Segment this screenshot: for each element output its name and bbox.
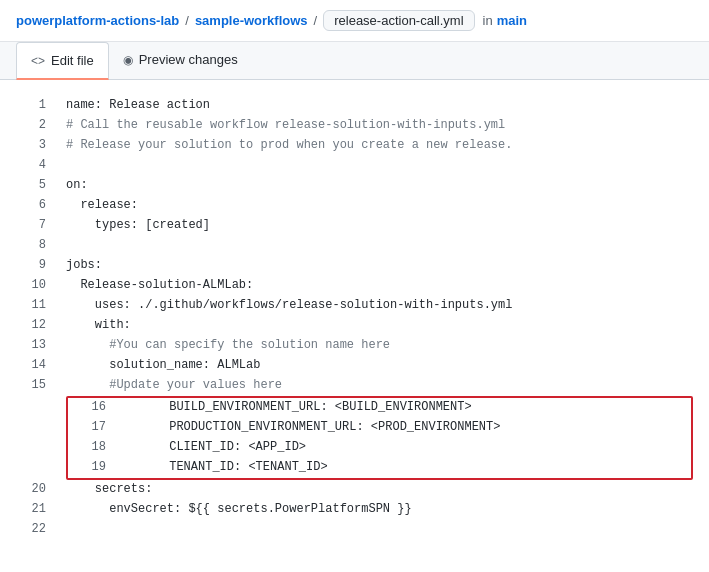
- line-content: solution_name: ALMLab: [66, 356, 693, 375]
- branch-prefix: in: [483, 13, 493, 28]
- breadcrumb-file: release-action-call.yml: [323, 10, 474, 31]
- line-content: Release-solution-ALMLab:: [66, 276, 693, 295]
- code-line: 15 #Update your values here: [16, 376, 693, 396]
- line-content: TENANT_ID: <TENANT_ID>: [126, 458, 683, 477]
- code-line: 3# Release your solution to prod when yo…: [16, 136, 693, 156]
- tab-preview-changes[interactable]: ◉ Preview changes: [109, 42, 252, 79]
- preview-changes-icon: ◉: [123, 53, 133, 67]
- code-line: 13 #You can specify the solution name he…: [16, 336, 693, 356]
- line-content: release:: [66, 196, 693, 215]
- line-number: 16: [76, 398, 106, 417]
- breadcrumb-repo[interactable]: powerplatform-actions-lab: [16, 13, 179, 28]
- line-number: 4: [16, 156, 46, 175]
- line-number: 14: [16, 356, 46, 375]
- line-content: with:: [66, 316, 693, 335]
- line-content: on:: [66, 176, 693, 195]
- line-number: 1: [16, 96, 46, 115]
- line-content: # Release your solution to prod when you…: [66, 136, 693, 155]
- line-number: 9: [16, 256, 46, 275]
- code-line: 4: [16, 156, 693, 176]
- line-content: jobs:: [66, 256, 693, 275]
- code-line: 17 PRODUCTION_ENVIRONMENT_URL: <PROD_ENV…: [72, 418, 687, 438]
- code-line: 7 types: [created]: [16, 216, 693, 236]
- line-content: secrets:: [66, 480, 693, 499]
- edit-file-icon: <>: [31, 54, 45, 68]
- code-line: 18 CLIENT_ID: <APP_ID>: [72, 438, 687, 458]
- line-number: 13: [16, 336, 46, 355]
- code-line: 9jobs:: [16, 256, 693, 276]
- tab-preview-changes-label: Preview changes: [139, 52, 238, 67]
- code-line: 8: [16, 236, 693, 256]
- line-number: 10: [16, 276, 46, 295]
- code-line: 10 Release-solution-ALMLab:: [16, 276, 693, 296]
- line-number: 18: [76, 438, 106, 457]
- breadcrumb-sep1: /: [185, 13, 189, 28]
- line-number: 6: [16, 196, 46, 215]
- line-number: 22: [16, 520, 46, 539]
- line-number: 12: [16, 316, 46, 335]
- line-number: 7: [16, 216, 46, 235]
- tab-edit-file[interactable]: <> Edit file: [16, 42, 109, 80]
- line-number: 2: [16, 116, 46, 135]
- code-line: 1name: Release action: [16, 96, 693, 116]
- line-number: 11: [16, 296, 46, 315]
- code-area: 1name: Release action2# Call the reusabl…: [0, 80, 709, 556]
- branch-link[interactable]: main: [497, 13, 527, 28]
- line-number: 19: [76, 458, 106, 477]
- line-content: envSecret: ${{ secrets.PowerPlatformSPN …: [66, 500, 693, 519]
- code-line: 19 TENANT_ID: <TENANT_ID>: [72, 458, 687, 478]
- line-number: 8: [16, 236, 46, 255]
- code-line: 5on:: [16, 176, 693, 196]
- line-number: 21: [16, 500, 46, 519]
- line-number: 5: [16, 176, 46, 195]
- line-content: name: Release action: [66, 96, 693, 115]
- line-number: 15: [16, 376, 46, 395]
- code-line: 2# Call the reusable workflow release-so…: [16, 116, 693, 136]
- line-content: types: [created]: [66, 216, 693, 235]
- code-line: 6 release:: [16, 196, 693, 216]
- line-content: #You can specify the solution name here: [66, 336, 693, 355]
- line-content: uses: ./.github/workflows/release-soluti…: [66, 296, 693, 315]
- code-line: 21 envSecret: ${{ secrets.PowerPlatformS…: [16, 500, 693, 520]
- code-line: 22: [16, 520, 693, 540]
- code-line: 16 BUILD_ENVIRONMENT_URL: <BUILD_ENVIRON…: [72, 398, 687, 418]
- highlighted-block: 16 BUILD_ENVIRONMENT_URL: <BUILD_ENVIRON…: [66, 396, 693, 480]
- code-line: 20 secrets:: [16, 480, 693, 500]
- line-number: 20: [16, 480, 46, 499]
- line-content: # Call the reusable workflow release-sol…: [66, 116, 693, 135]
- breadcrumb-folder[interactable]: sample-workflows: [195, 13, 308, 28]
- line-content: BUILD_ENVIRONMENT_URL: <BUILD_ENVIRONMEN…: [126, 398, 683, 417]
- line-content: PRODUCTION_ENVIRONMENT_URL: <PROD_ENVIRO…: [126, 418, 683, 437]
- code-line: 14 solution_name: ALMLab: [16, 356, 693, 376]
- top-bar: powerplatform-actions-lab / sample-workf…: [0, 0, 709, 42]
- tabs-bar: <> Edit file ◉ Preview changes: [0, 42, 709, 80]
- line-content: CLIENT_ID: <APP_ID>: [126, 438, 683, 457]
- breadcrumb-sep2: /: [314, 13, 318, 28]
- code-line: 11 uses: ./.github/workflows/release-sol…: [16, 296, 693, 316]
- code-line: 12 with:: [16, 316, 693, 336]
- line-number: 17: [76, 418, 106, 437]
- line-number: 3: [16, 136, 46, 155]
- tab-edit-file-label: Edit file: [51, 53, 94, 68]
- line-content: #Update your values here: [66, 376, 693, 395]
